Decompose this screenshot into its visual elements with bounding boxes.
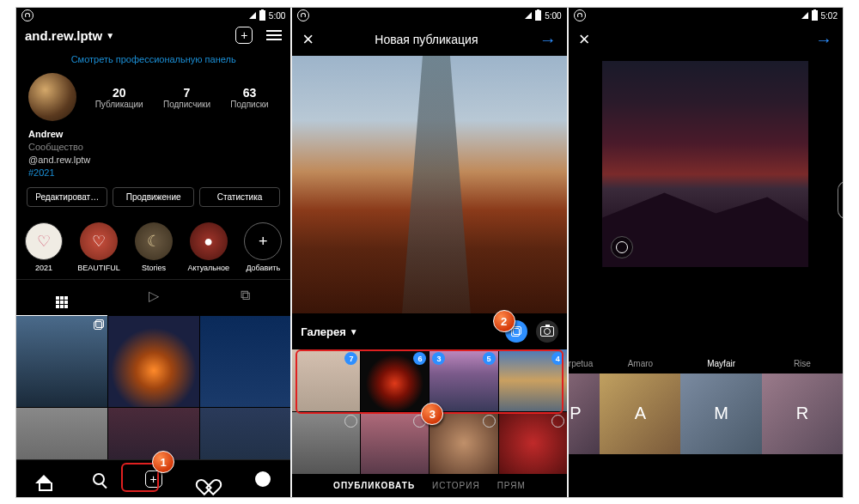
username-text: and.rew.lptw — [25, 28, 102, 43]
username-dropdown[interactable]: and.rew.lptw ▼ — [25, 28, 114, 43]
nav-activity[interactable] — [199, 470, 218, 489]
edit-profile-button[interactable]: Редактироват… — [27, 187, 107, 207]
clock: 5:02 — [821, 11, 838, 21]
clock: 5:00 — [269, 11, 285, 21]
photo-preview[interactable] — [292, 56, 566, 313]
bio-category: Сообщество — [28, 141, 278, 154]
stat-following[interactable]: 63 Подписки — [230, 86, 268, 109]
mode-live[interactable]: ПРЯМ — [497, 481, 526, 490]
screen-filters: 5:02 × → Perpetua Amaro Mayfair Rise P — [569, 8, 843, 497]
empty-badge — [551, 415, 564, 428]
status-bar: 5:00 — [292, 8, 566, 23]
profile-tabs: ▷ ⧉ — [16, 279, 290, 316]
stats-button[interactable]: Статистика — [199, 187, 280, 207]
screen-title: Новая публикация — [375, 33, 478, 46]
filter-thumb[interactable]: P — [569, 373, 600, 454]
filter-label[interactable]: Perpetua — [569, 359, 600, 373]
status-bar: 5:00 — [16, 8, 290, 23]
filter-thumb[interactable]: R — [762, 373, 843, 454]
filter-label[interactable]: Amaro — [600, 359, 680, 373]
create-post-icon[interactable]: + — [235, 27, 253, 44]
story-3[interactable]: ☾Stories — [135, 222, 173, 272]
tab-tagged[interactable]: ⧉ — [199, 280, 290, 316]
grid-icon — [56, 296, 68, 308]
filter-thumb[interactable]: A — [600, 373, 680, 454]
gallery-thumb[interactable] — [499, 412, 567, 474]
professional-panel-link[interactable]: Смотреть профессиональную панель — [16, 49, 290, 73]
nav-search[interactable] — [89, 470, 108, 489]
promote-button[interactable]: Продвижение — [113, 187, 193, 207]
profile-buttons: Редактироват… Продвижение Статистика — [16, 180, 290, 214]
bio-mention[interactable]: @and.rew.lptw — [28, 154, 278, 167]
gallery-dropdown[interactable]: Галерея ▼ — [301, 325, 357, 338]
filter-label[interactable]: Rise — [762, 359, 843, 373]
mode-story[interactable]: ИСТОРИЯ — [432, 481, 480, 490]
carousel-pager[interactable] — [838, 181, 843, 219]
story-4[interactable]: ●Актуальное — [187, 222, 229, 272]
post-thumb[interactable] — [108, 316, 199, 407]
mode-publish[interactable]: ОПУБЛИКОВАТЬ — [333, 481, 415, 490]
gallery-thumb[interactable] — [292, 412, 360, 474]
battery-icon — [259, 10, 265, 21]
post-thumb[interactable] — [200, 316, 291, 407]
camera-icon — [540, 326, 554, 337]
next-arrow-icon[interactable]: → — [815, 30, 832, 50]
story-2[interactable]: ♡BEAUTIFUL — [77, 222, 120, 272]
filter-strip: Perpetua Amaro Mayfair Rise P A M R — [569, 359, 843, 454]
signal-icon — [525, 12, 532, 19]
tab-grid[interactable] — [16, 280, 107, 316]
clock: 5:00 — [545, 11, 561, 21]
gallery-thumb[interactable] — [361, 412, 429, 474]
gallery-thumb[interactable]: 53 — [430, 349, 497, 411]
post-thumb[interactable] — [16, 316, 107, 407]
filter-preview[interactable] — [602, 61, 808, 267]
selection-badge: 7 — [344, 352, 357, 365]
battery-icon — [812, 10, 818, 21]
story-1[interactable]: ♡2021 — [25, 222, 63, 272]
nav-profile[interactable] — [253, 470, 272, 489]
stat-posts[interactable]: 20 Публикации — [95, 86, 143, 109]
signal-icon — [801, 12, 808, 19]
gallery-thumb[interactable]: 4 — [499, 349, 567, 411]
filter-label-active[interactable]: Mayfair — [680, 359, 761, 373]
bio-hashtag[interactable]: #2021 — [28, 167, 278, 179]
status-bar: 5:02 — [569, 8, 843, 23]
post-mode-tabs: ОПУБЛИКОВАТЬ ИСТОРИЯ ПРЯМ — [292, 481, 566, 490]
search-icon — [93, 473, 105, 485]
heart-icon — [201, 472, 216, 486]
avatar[interactable] — [28, 73, 76, 121]
shazam-icon — [574, 9, 586, 21]
new-post-header: × Новая публикация → — [292, 23, 566, 56]
nav-home[interactable] — [34, 470, 53, 489]
stat-followers[interactable]: 7 Подписчики — [163, 86, 210, 109]
next-arrow-icon[interactable]: → — [539, 30, 557, 50]
gallery-thumb[interactable]: 6 — [361, 349, 429, 411]
profile-header: and.rew.lptw ▼ + — [16, 23, 290, 49]
shazam-icon — [297, 9, 309, 21]
empty-badge — [344, 415, 357, 428]
annotation-2: 2 — [493, 310, 515, 332]
close-icon[interactable]: × — [579, 28, 590, 51]
close-icon[interactable]: × — [302, 28, 314, 51]
profile-icon — [255, 471, 271, 487]
multi-icon — [94, 319, 104, 330]
selection-badge: 5 — [483, 352, 496, 365]
selection-badge: 3 — [432, 352, 445, 365]
bio: Andrew Сообщество @and.rew.lptw #2021 — [16, 121, 290, 180]
filter-thumb[interactable]: M — [680, 373, 761, 454]
menu-icon[interactable] — [266, 30, 282, 40]
screen-profile: 5:00 and.rew.lptw ▼ + Смотреть профессио… — [16, 8, 290, 497]
stories-row: ♡2021 ♡BEAUTIFUL ☾Stories ●Актуальное +Д… — [16, 214, 290, 279]
camera-button[interactable] — [536, 320, 558, 343]
chevron-down-icon: ▼ — [350, 327, 358, 337]
gallery-thumb[interactable]: 7 — [292, 349, 360, 411]
battery-icon — [535, 10, 541, 21]
signal-icon — [249, 12, 256, 19]
story-add[interactable]: +Добавить — [244, 222, 282, 272]
chevron-down-icon: ▼ — [106, 31, 114, 40]
filter-header: × → — [569, 23, 843, 56]
empty-badge — [483, 415, 496, 428]
bio-name: Andrew — [28, 128, 278, 141]
home-icon — [35, 475, 52, 483]
tab-reels[interactable]: ▷ — [107, 280, 198, 316]
